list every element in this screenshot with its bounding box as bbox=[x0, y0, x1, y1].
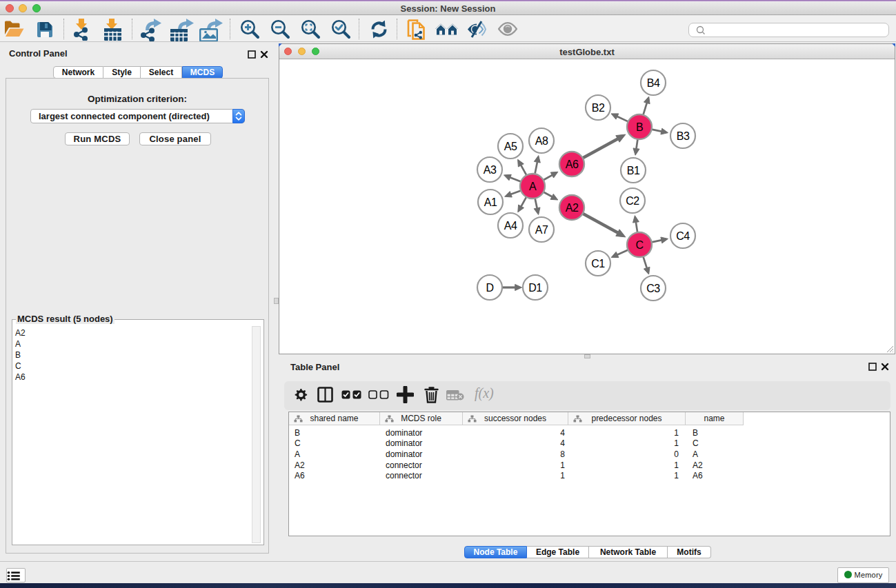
svg-text:D: D bbox=[486, 282, 493, 294]
svg-text:B1: B1 bbox=[627, 165, 640, 176]
svg-text:B2: B2 bbox=[592, 102, 605, 114]
svg-text:C4: C4 bbox=[676, 230, 690, 242]
svg-text:A3: A3 bbox=[484, 164, 497, 176]
svg-text:B: B bbox=[636, 121, 643, 133]
svg-text:A2: A2 bbox=[566, 202, 579, 214]
svg-text:A7: A7 bbox=[535, 224, 548, 236]
svg-text:A6: A6 bbox=[566, 159, 579, 170]
svg-text:C1: C1 bbox=[591, 258, 605, 270]
svg-text:A8: A8 bbox=[535, 135, 548, 147]
svg-text:D1: D1 bbox=[528, 282, 542, 294]
svg-text:C: C bbox=[635, 239, 643, 251]
svg-text:B4: B4 bbox=[647, 77, 660, 89]
svg-text:C2: C2 bbox=[626, 195, 639, 207]
svg-text:A: A bbox=[529, 181, 537, 192]
svg-text:C3: C3 bbox=[646, 283, 660, 294]
svg-text:A1: A1 bbox=[484, 196, 497, 208]
svg-text:B3: B3 bbox=[677, 130, 690, 142]
svg-text:A5: A5 bbox=[504, 141, 517, 152]
svg-text:A4: A4 bbox=[504, 220, 517, 232]
